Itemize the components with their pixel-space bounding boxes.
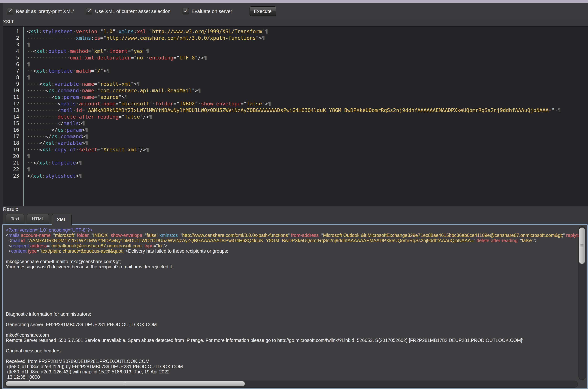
checkbox-evaluate-on-server[interactable]: ✓	[183, 8, 189, 14]
tab-xml[interactable]: XML	[52, 214, 72, 226]
result-line	[6, 306, 578, 311]
result-line: ([fe80::d1f:d8cc:a2e3:f126]) by FR2P281M…	[6, 364, 578, 369]
checkbox-item-use-xml-of-current-asset-selection: ✓Use XML of current asset selection	[86, 8, 170, 14]
code-line: 14··········delete-after-reading="false"…	[3, 113, 588, 120]
checkbox-label: Evaluate on server	[192, 8, 232, 14]
code-text: ··········<mail·id="AAMkADRkNDM1Y2IxLWY1…	[27, 107, 561, 113]
vertical-scrollbar[interactable]	[578, 227, 586, 380]
checkmark-icon: ✓	[87, 7, 92, 14]
code-line: 19····<xsl:copy-of·select="$result-xml"/…	[3, 146, 588, 153]
line-number: 17	[3, 133, 22, 140]
result-line: 13:12:38 +0000	[6, 374, 578, 380]
result-line	[6, 280, 578, 285]
code-text: ¶	[27, 61, 30, 67]
code-line: 10······<cs:command·name="com.censhare.a…	[3, 87, 588, 94]
checkmark-icon: ✓	[8, 7, 13, 14]
code-line: 6¶	[3, 61, 588, 67]
result-line: <recipient address="mithatkonuk@censhare…	[6, 243, 578, 248]
code-line: 15··········</mails>¶	[3, 120, 588, 127]
line-number: 12	[3, 100, 22, 107]
code-text: ¶	[27, 166, 30, 173]
result-line: mko@censhare.com&lt;mailto:mko@censhare.…	[6, 259, 578, 264]
result-line	[6, 343, 578, 348]
result-line: Your message wasn't delivered because th…	[6, 264, 578, 269]
code-text: ··<xsl:output·method="xml"·indent="yes"¶	[27, 48, 149, 54]
scrollbar-grip-icon	[124, 382, 126, 385]
line-number: 15	[3, 120, 22, 127]
code-text: ¶	[27, 74, 30, 81]
code-line: 23</xsl:stylesheet>¶	[3, 173, 588, 179]
code-text: ··········</mails>¶	[27, 120, 85, 127]
code-text: ····<xsl:copy-of·select="$result-xml"/>¶	[27, 146, 149, 153]
code-text: ··</xsl:template>¶	[27, 160, 82, 166]
execute-button[interactable]: Execute	[250, 6, 276, 16]
code-text: ······<cs:command·name="com.censhare.api…	[27, 87, 201, 94]
result-line	[6, 295, 578, 301]
horizontal-scrollbar[interactable]	[5, 381, 578, 388]
code-line: 1<xsl:stylesheet·version="1.0"·xmlns:xsl…	[3, 28, 588, 35]
checkbox-item-result-as-pretty-print-xml: ✓Result as 'pretty-print XML'	[7, 8, 74, 14]
window-top-strip	[0, 0, 588, 3]
line-number: 3	[3, 41, 22, 48]
result-line: Remote Server returned '550 5.7.501 Serv…	[6, 338, 578, 343]
code-line: 13··········<mail·id="AAMkADRkNDM1Y2IxLW…	[3, 107, 588, 113]
code-text: ··<xsl:template·match="/">¶	[27, 67, 109, 74]
line-number: 5	[3, 54, 22, 61]
tab-html[interactable]: HTML	[27, 214, 49, 224]
result-line: Received: from FR2P281MB0789.DEUP281.PRO…	[6, 359, 578, 364]
toolbar: ✓Result as 'pretty-print XML'✓Use XML of…	[3, 3, 588, 20]
line-number: 7	[3, 67, 22, 74]
tab-text[interactable]: Text	[6, 214, 24, 224]
checkmark-icon: ✓	[184, 7, 189, 14]
checkbox-result-as-pretty-print-xml[interactable]: ✓	[7, 8, 13, 14]
code-text: ··········<mails·account-name="microsoft…	[27, 100, 271, 107]
code-line: 11········<cs:param·name="source">¶	[3, 94, 588, 100]
vertical-scrollbar-thumb[interactable]	[579, 227, 585, 264]
checkbox-use-xml-of-current-asset-selection[interactable]: ✓	[86, 8, 92, 14]
code-text: ········<cs:param·name="source">¶	[27, 94, 128, 100]
code-line: 2················xmlns:cs="http://www.ce…	[3, 35, 588, 41]
horizontal-scrollbar-thumb[interactable]	[6, 381, 245, 386]
result-line	[6, 290, 578, 295]
code-text: ¶	[27, 153, 30, 160]
line-number: 16	[3, 127, 22, 133]
code-line: 18····</xsl:variable>¶	[3, 140, 588, 146]
code-line: 16········</cs:param>¶	[3, 127, 588, 133]
line-number: 8	[3, 74, 22, 81]
code-text: ······</cs:command>¶	[27, 133, 88, 140]
xslt-code-editor[interactable]: 1<xsl:stylesheet·version="1.0"·xmlns:xsl…	[3, 26, 588, 206]
line-number: 4	[3, 48, 22, 54]
line-number: 9	[3, 81, 22, 87]
checkbox-label: Use XML of current asset selection	[95, 8, 170, 14]
result-line: <mails account-name="microsoft" folder="…	[6, 232, 578, 238]
checkbox-item-evaluate-on-server: ✓Evaluate on server	[183, 8, 232, 14]
code-text: ····<xsl:variable·name="result-xml">¶	[27, 81, 140, 87]
line-number: 11	[3, 94, 22, 100]
code-line: 17······</cs:command>¶	[3, 133, 588, 140]
result-line	[6, 269, 578, 275]
result-line	[6, 285, 578, 290]
code-lines: 1<xsl:stylesheet·version="1.0"·xmlns:xsl…	[3, 28, 588, 179]
censhare-xslt-console: ✓Result as 'pretty-print XML'✓Use XML of…	[0, 0, 588, 389]
result-line	[6, 327, 578, 332]
code-line: 12··········<mails·account-name="microso…	[3, 100, 588, 107]
result-line: <content type="text/plain; charset=&quot…	[6, 248, 578, 254]
line-number: 19	[3, 146, 22, 153]
xslt-panel-label: XSLT	[3, 19, 14, 24]
code-text: ¶	[27, 41, 30, 48]
result-line	[6, 353, 578, 359]
line-number: 21	[3, 160, 22, 166]
code-line: 22¶	[3, 166, 588, 173]
result-line	[6, 275, 578, 280]
code-text: <xsl:stylesheet·version="1.0"·xmlns:xsl=…	[27, 28, 268, 35]
code-line: 5··············omit-xml-declaration="no"…	[3, 54, 588, 61]
result-label: Result:	[3, 206, 18, 212]
code-line: 9····<xsl:variable·name="result-xml">¶	[3, 81, 588, 87]
result-line	[6, 254, 578, 259]
code-text: ········</cs:param>¶	[27, 127, 88, 133]
code-line: 8¶	[3, 74, 588, 81]
result-line: mko@censhare.com	[6, 332, 578, 338]
result-line	[6, 317, 578, 322]
line-number: 1	[3, 28, 22, 35]
result-line: Diagnostic information for administrator…	[6, 311, 578, 317]
